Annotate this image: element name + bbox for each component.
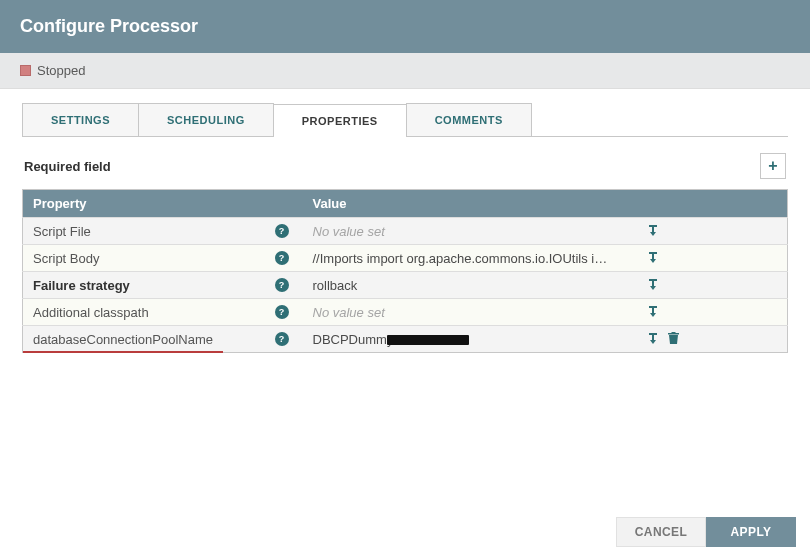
table-header-row: Property Value — [23, 190, 788, 218]
property-value-cell[interactable]: No value set — [303, 299, 638, 326]
property-actions-cell — [638, 245, 788, 272]
apply-button[interactable]: APPLY — [706, 517, 796, 547]
property-name-label: Additional classpath — [33, 305, 149, 320]
table-row: databaseConnectionPoolName?DBCPDummy — [23, 326, 788, 353]
table-row: Additional classpath?No value set — [23, 299, 788, 326]
property-name-cell[interactable]: Additional classpath? — [23, 299, 303, 326]
tab-comments[interactable]: COMMENTS — [406, 103, 532, 136]
table-row: Script File?No value set — [23, 218, 788, 245]
help-icon[interactable]: ? — [275, 251, 289, 265]
add-property-button[interactable]: + — [760, 153, 786, 179]
tab-scheduling[interactable]: SCHEDULING — [138, 103, 274, 136]
go-to-icon[interactable] — [648, 332, 658, 347]
redacted-segment — [387, 335, 469, 345]
cancel-button[interactable]: CANCEL — [616, 517, 706, 547]
dialog-body: SETTINGS SCHEDULING PROPERTIES COMMENTS … — [0, 89, 810, 505]
property-value-label: No value set — [313, 305, 385, 320]
property-value-cell[interactable]: No value set — [303, 218, 638, 245]
dialog-title: Configure Processor — [0, 0, 810, 53]
property-name-label: databaseConnectionPoolName — [33, 332, 213, 347]
property-value-label: //Imports import org.apache.commons.io.I… — [313, 251, 608, 266]
go-to-icon[interactable] — [648, 305, 658, 320]
property-value-cell[interactable]: //Imports import org.apache.commons.io.I… — [303, 245, 638, 272]
property-actions-cell — [638, 326, 788, 353]
configure-processor-dialog: Configure Processor Stopped SETTINGS SCH… — [0, 0, 810, 557]
tab-properties[interactable]: PROPERTIES — [273, 104, 407, 137]
property-value-cell[interactable]: DBCPDummy — [303, 326, 638, 353]
property-actions-cell — [638, 299, 788, 326]
property-name-cell[interactable]: Script Body? — [23, 245, 303, 272]
help-icon[interactable]: ? — [275, 224, 289, 238]
property-value-label: No value set — [313, 224, 385, 239]
property-actions-cell — [638, 272, 788, 299]
section-header: Required field + — [22, 137, 788, 189]
col-header-value: Value — [303, 190, 638, 218]
section-title: Required field — [24, 159, 111, 174]
table-row: Script Body?//Imports import org.apache.… — [23, 245, 788, 272]
help-icon[interactable]: ? — [275, 278, 289, 292]
property-name-cell[interactable]: databaseConnectionPoolName? — [23, 326, 303, 353]
stopped-icon — [20, 65, 31, 76]
property-name-cell[interactable]: Failure strategy? — [23, 272, 303, 299]
property-name-cell[interactable]: Script File? — [23, 218, 303, 245]
property-name-label: Failure strategy — [33, 278, 130, 293]
tab-settings[interactable]: SETTINGS — [22, 103, 139, 136]
col-header-actions — [638, 190, 788, 218]
help-icon[interactable]: ? — [275, 332, 289, 346]
property-value-label: rollback — [313, 278, 358, 293]
property-name-label: Script Body — [33, 251, 99, 266]
property-actions-cell — [638, 218, 788, 245]
delete-icon[interactable] — [668, 332, 679, 347]
status-bar: Stopped — [0, 53, 810, 89]
dialog-footer: CANCEL APPLY — [0, 505, 810, 557]
property-name-label: Script File — [33, 224, 91, 239]
col-header-property: Property — [23, 190, 303, 218]
table-row: Failure strategy?rollback — [23, 272, 788, 299]
properties-table: Property Value Script File?No value setS… — [22, 189, 788, 353]
status-label: Stopped — [37, 63, 85, 78]
tab-bar: SETTINGS SCHEDULING PROPERTIES COMMENTS — [22, 103, 788, 137]
help-icon[interactable]: ? — [275, 305, 289, 319]
property-value-cell[interactable]: rollback — [303, 272, 638, 299]
plus-icon: + — [768, 157, 777, 175]
go-to-icon[interactable] — [648, 224, 658, 239]
highlight-underline — [23, 351, 223, 353]
go-to-icon[interactable] — [648, 251, 658, 266]
tab-content-properties: Required field + Property Value Script F… — [22, 137, 788, 505]
go-to-icon[interactable] — [648, 278, 658, 293]
property-value-label: DBCPDummy — [313, 332, 394, 347]
